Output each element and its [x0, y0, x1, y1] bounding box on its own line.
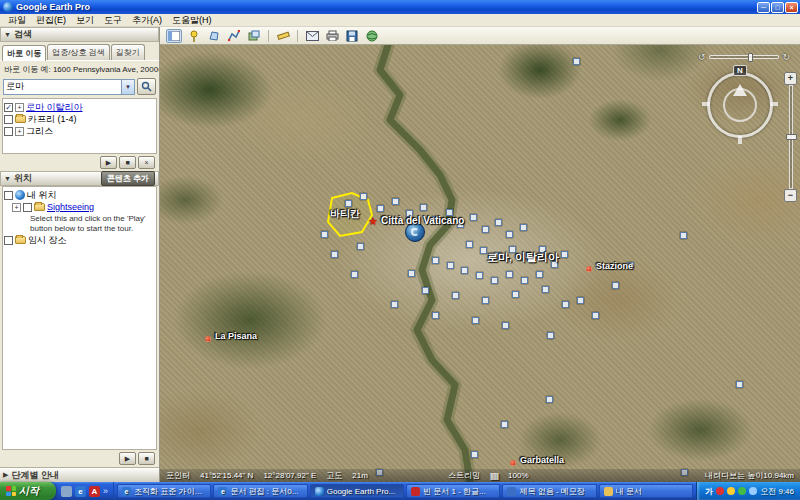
- view-in-google-maps-button[interactable]: [364, 29, 380, 43]
- tilt-slider[interactable]: ↺ ↻: [698, 51, 790, 62]
- expander-icon[interactable]: +: [15, 127, 24, 136]
- zoom-in-button[interactable]: +: [784, 72, 797, 85]
- result-label[interactable]: 그리스: [26, 125, 53, 138]
- sightseeing-row[interactable]: + Sightseeing: [4, 201, 155, 213]
- temporary-places-row[interactable]: 임시 장소: [4, 234, 155, 246]
- photo-placemark-icon[interactable]: [472, 317, 479, 324]
- photo-placemark-icon[interactable]: [466, 241, 473, 248]
- garbatella-placemark-icon[interactable]: [510, 460, 516, 466]
- expander-icon[interactable]: +: [12, 203, 21, 212]
- photo-placemark-icon[interactable]: [482, 297, 489, 304]
- photo-placemark-icon[interactable]: [377, 205, 384, 212]
- stazione-placemark-icon[interactable]: [586, 266, 592, 272]
- sidebar-toggle-button[interactable]: [166, 29, 182, 43]
- ruler-button[interactable]: [275, 29, 291, 43]
- minimize-button[interactable]: ─: [757, 2, 770, 13]
- tab-directions[interactable]: 길찾기: [111, 44, 145, 60]
- photo-placemark-icon[interactable]: [432, 257, 439, 264]
- email-button[interactable]: [304, 29, 320, 43]
- photo-placemark-icon[interactable]: [408, 270, 415, 277]
- expander-icon[interactable]: +: [15, 103, 24, 112]
- tray-alert-icon[interactable]: [716, 487, 724, 495]
- photo-placemark-icon[interactable]: [392, 198, 399, 205]
- tray-antivirus-icon[interactable]: [738, 487, 746, 495]
- add-placemark-button[interactable]: [186, 29, 202, 43]
- task-button-1[interactable]: e 조직화 표준 가이드...: [117, 484, 211, 498]
- photo-placemark-icon[interactable]: [452, 292, 459, 299]
- photo-placemark-icon[interactable]: [420, 204, 427, 211]
- play-tour-button[interactable]: ▶: [119, 452, 136, 465]
- pan-right-tick[interactable]: [770, 102, 778, 106]
- result-checkbox[interactable]: [4, 103, 13, 112]
- print-button[interactable]: [324, 29, 340, 43]
- rotate-left-icon[interactable]: ↺: [698, 52, 706, 62]
- photo-placemark-icon[interactable]: [391, 301, 398, 308]
- photo-placemark-icon[interactable]: [471, 451, 478, 458]
- search-result-row[interactable]: + 로마 이탈리아: [4, 101, 155, 113]
- photo-placemark-icon[interactable]: [506, 271, 513, 278]
- search-result-row[interactable]: + 그리스: [4, 125, 155, 137]
- ime-indicator[interactable]: 가: [705, 486, 713, 497]
- my-places-row[interactable]: 내 위치: [4, 189, 155, 201]
- photo-placemark-icon[interactable]: [360, 193, 367, 200]
- start-button[interactable]: 시작: [0, 482, 56, 500]
- sightseeing-label[interactable]: Sightseeing: [47, 202, 94, 212]
- photo-placemark-icon[interactable]: [345, 200, 352, 207]
- photo-placemark-icon[interactable]: [461, 267, 468, 274]
- tray-update-icon[interactable]: [727, 487, 735, 495]
- photo-placemark-icon[interactable]: [561, 251, 568, 258]
- photo-placemark-icon[interactable]: [476, 272, 483, 279]
- zoom-track[interactable]: [789, 85, 793, 189]
- zoom-handle[interactable]: [786, 134, 797, 140]
- photo-placemark-icon[interactable]: [521, 277, 528, 284]
- photo-placemark-icon[interactable]: [422, 287, 429, 294]
- menu-file[interactable]: 파일: [4, 14, 30, 27]
- search-result-row[interactable]: 카프리 (1-4): [4, 113, 155, 125]
- photo-placemark-icon[interactable]: [501, 421, 508, 428]
- stop-tour-button[interactable]: ■: [138, 452, 155, 465]
- tab-find-businesses[interactable]: 업종/상호 검색: [47, 44, 109, 60]
- places-checkbox[interactable]: [4, 236, 13, 245]
- add-polygon-button[interactable]: [206, 29, 222, 43]
- pan-left-tick[interactable]: [702, 102, 710, 106]
- map-viewport[interactable]: 바티칸 ★ Città del Vaticano 로마, 이탈리아 Stazio…: [160, 45, 800, 482]
- photo-placemark-icon[interactable]: [512, 291, 519, 298]
- result-checkbox[interactable]: [4, 115, 13, 124]
- combo-dropdown-icon[interactable]: ▼: [121, 80, 134, 94]
- maximize-button[interactable]: □: [771, 2, 784, 13]
- task-button-2[interactable]: e 문서 편집 : 문서0...: [213, 484, 307, 498]
- save-image-button[interactable]: [344, 29, 360, 43]
- close-button[interactable]: ×: [785, 2, 798, 13]
- result-checkbox[interactable]: [4, 127, 13, 136]
- photo-placemark-icon[interactable]: [736, 381, 743, 388]
- photo-placemark-icon[interactable]: [351, 271, 358, 278]
- search-input[interactable]: [4, 80, 121, 94]
- search-button[interactable]: [137, 78, 156, 95]
- photo-placemark-icon[interactable]: [480, 247, 487, 254]
- zoom-slider[interactable]: + −: [784, 72, 797, 202]
- photo-placemark-icon[interactable]: [432, 312, 439, 319]
- menu-view[interactable]: 보기: [72, 14, 98, 27]
- photo-placemark-icon[interactable]: [577, 297, 584, 304]
- temporary-places-label[interactable]: 임시 장소: [28, 234, 67, 247]
- tilt-track[interactable]: [709, 55, 780, 59]
- tilt-handle[interactable]: [748, 53, 753, 62]
- photo-placemark-icon[interactable]: [491, 277, 498, 284]
- task-button-google-earth[interactable]: Google Earth Pro...: [310, 484, 404, 498]
- photo-placemark-icon[interactable]: [520, 224, 527, 231]
- task-button-5[interactable]: 제목 없음 - 메모장: [502, 484, 596, 498]
- menu-tools[interactable]: 도구: [100, 14, 126, 27]
- show-desktop-icon[interactable]: [61, 486, 72, 497]
- photo-placemark-icon[interactable]: [546, 396, 553, 403]
- photo-placemark-icon[interactable]: [592, 312, 599, 319]
- pan-down-tick[interactable]: [738, 136, 742, 144]
- add-path-button[interactable]: [226, 29, 242, 43]
- places-checkbox[interactable]: [23, 203, 32, 212]
- photo-placemark-icon[interactable]: [502, 322, 509, 329]
- search-result-star-icon[interactable]: ★: [368, 215, 378, 228]
- tab-fly-to[interactable]: 바로 이동: [2, 45, 46, 61]
- photo-placemark-icon[interactable]: [680, 232, 687, 239]
- photo-placemark-icon[interactable]: [482, 226, 489, 233]
- photo-placemark-icon[interactable]: [547, 332, 554, 339]
- search-panel-header[interactable]: ▼ 검색: [0, 27, 159, 42]
